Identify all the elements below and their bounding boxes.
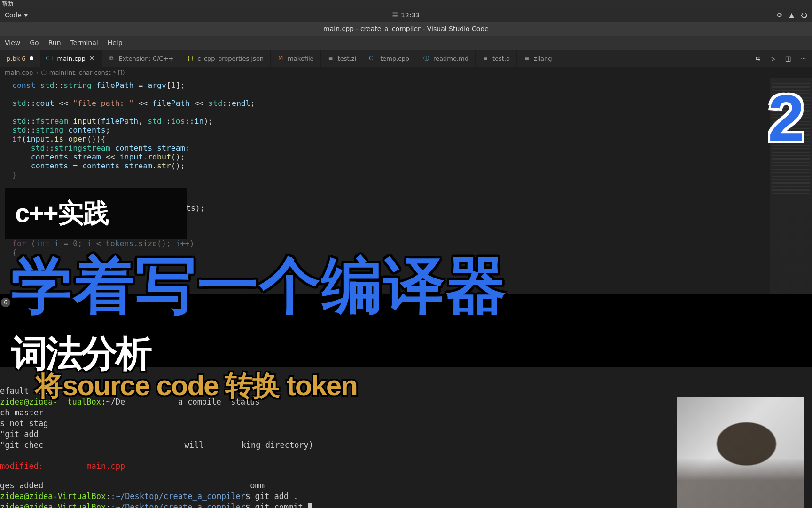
compare-changes-icon[interactable]: ⇆ [753, 53, 763, 64]
json-file-icon: {} [187, 55, 194, 62]
tab-label: test.o [492, 55, 510, 62]
app-indicator[interactable]: Code [5, 11, 22, 19]
menu-help[interactable]: Help [103, 39, 127, 47]
breadcrumb[interactable]: main.cpp › ⬡ main(int, char const * []) [0, 67, 812, 78]
tab-label: test.zi [338, 55, 357, 62]
more-actions-icon[interactable]: ⋯ [798, 53, 808, 64]
menu-go[interactable]: Go [25, 39, 43, 47]
editor-tab-bar: p.bk 6 C+ main.cpp ✕ ⧉ Extension: C/C++ … [0, 50, 812, 67]
cpp-file-icon: C+ [47, 55, 54, 62]
network-icon[interactable]: ▲ [789, 11, 794, 19]
menu-bar: View Go Run Terminal Help [0, 36, 812, 50]
tab-main-cpp[interactable]: C+ main.cpp ✕ [40, 50, 102, 67]
terminal-cursor [308, 503, 312, 508]
menu-view[interactable]: View [0, 39, 25, 47]
tab-c-cpp-properties[interactable]: {} c_cpp_properties.json [180, 50, 271, 67]
parent-window-title-bar: 帮助 [0, 0, 812, 8]
tab-label: c_cpp_properties.json [197, 55, 264, 62]
tab-readme[interactable]: ⓘ readme.md [416, 50, 476, 67]
tab-label: Extension: C/C++ [119, 55, 174, 62]
tab-label: temp.cpp [380, 55, 409, 62]
tab-zilang[interactable]: ≡ zilang [517, 50, 559, 67]
split-editor-icon[interactable]: ◫ [783, 53, 793, 64]
tab-label: readme.md [433, 55, 468, 62]
problems-count: 6 [4, 299, 8, 306]
gnome-top-bar: Code ▾ ☰ 12:33 ⟳ ▲ ⏻ [0, 8, 812, 22]
tab-p-bk[interactable]: p.bk 6 [0, 50, 40, 67]
power-icon[interactable]: ⏻ [801, 11, 807, 19]
window-title: main.cpp - create_a_compiler - Visual St… [323, 25, 489, 32]
clock-text[interactable]: 12:33 [401, 11, 420, 19]
tab-test-o[interactable]: ≡ test.o [476, 50, 517, 67]
problems-badge[interactable]: 6 [1, 298, 10, 307]
cpp-file-icon: C+ [370, 55, 376, 62]
tab-extension-ccpp[interactable]: ⧉ Extension: C/C++ [102, 50, 181, 67]
menu-run[interactable]: Run [44, 39, 66, 47]
run-icon[interactable]: ▷ [768, 53, 778, 64]
file-icon: ≡ [523, 55, 530, 62]
tab-label: main.cpp [57, 55, 86, 62]
sync-icon[interactable]: ⟳ [777, 11, 782, 19]
calendar-icon: ☰ [392, 11, 398, 19]
dropdown-icon: ▾ [24, 11, 28, 19]
modified-dot-icon [30, 56, 33, 60]
tab-label: zilang [534, 55, 552, 62]
menu-terminal[interactable]: Terminal [66, 39, 103, 47]
extension-icon: ⧉ [109, 55, 115, 62]
info-icon: ⓘ [423, 55, 429, 62]
breadcrumb-symbol[interactable]: main(int, char const * []) [49, 69, 125, 76]
tab-makefile[interactable]: M makefile [271, 50, 321, 67]
tab-label: makefile [288, 55, 314, 62]
overlay-caption-text: c++实践 [15, 196, 109, 231]
tab-label: p.bk 6 [7, 55, 26, 62]
webcam-overlay [677, 397, 804, 508]
overlay-caption-box: c++实践 [5, 188, 187, 239]
chevron-right-icon: › [36, 69, 38, 76]
file-icon: ≡ [328, 55, 334, 62]
tab-test-zi[interactable]: ≡ test.zi [321, 50, 364, 67]
overlay-episode-number: 2 [768, 80, 804, 156]
file-icon: ≡ [482, 55, 489, 62]
symbol-method-icon: ⬡ [41, 69, 46, 76]
breadcrumb-file[interactable]: main.cpp [5, 69, 33, 76]
tab-temp-cpp[interactable]: C+ temp.cpp [363, 50, 416, 67]
makefile-icon: M [277, 55, 284, 62]
window-title-bar: main.cpp - create_a_compiler - Visual St… [0, 22, 812, 36]
close-icon[interactable]: ✕ [89, 55, 95, 62]
overlay-subtitle-2: 将source code 转换 token [35, 367, 357, 405]
overlay-title: 学着写一个编译器 [11, 255, 508, 316]
parent-window-menu-text: 帮助 [2, 0, 13, 7]
